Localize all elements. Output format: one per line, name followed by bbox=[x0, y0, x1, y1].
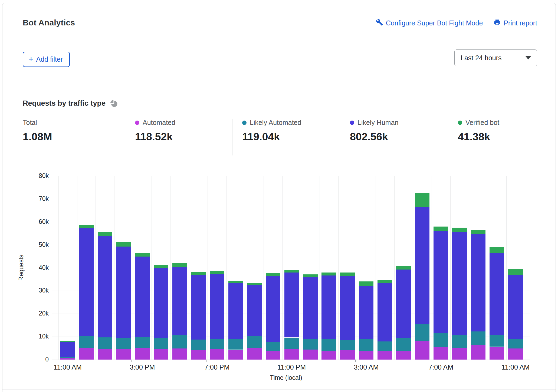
bar-segment-automated[interactable] bbox=[452, 348, 467, 360]
bar-segment-automated[interactable] bbox=[321, 351, 336, 360]
bar-segment-automated[interactable] bbox=[340, 350, 355, 360]
bar-segment-verified-bot[interactable] bbox=[210, 271, 224, 274]
time-range-dropdown[interactable]: Last 24 hours bbox=[454, 49, 537, 66]
bar-segment-automated[interactable] bbox=[135, 348, 150, 360]
configure-super-bot-fight-mode-link[interactable]: Configure Super Bot Fight Mode bbox=[376, 19, 483, 28]
bar-segment-automated[interactable] bbox=[191, 350, 206, 360]
print-report-link[interactable]: Print report bbox=[494, 19, 537, 28]
bar-segment-likely-human[interactable] bbox=[210, 274, 224, 339]
bar-segment-likely-human[interactable] bbox=[60, 342, 75, 357]
bar-segment-automated[interactable] bbox=[434, 347, 448, 360]
bar-segment-verified-bot[interactable] bbox=[98, 232, 112, 235]
bar-segment-likely-human[interactable] bbox=[321, 275, 336, 338]
bar-segment-likely-automated[interactable] bbox=[79, 336, 94, 348]
bar-segment-likely-human[interactable] bbox=[396, 270, 411, 338]
bar-segment-verified-bot[interactable] bbox=[228, 281, 243, 283]
bar-segment-automated[interactable] bbox=[359, 351, 373, 360]
add-filter-button[interactable]: + Add filter bbox=[23, 52, 70, 67]
bar-segment-likely-human[interactable] bbox=[490, 253, 504, 335]
bar-segment-likely-automated[interactable] bbox=[415, 324, 429, 340]
bar-segment-verified-bot[interactable] bbox=[154, 265, 168, 268]
bar-segment-verified-bot[interactable] bbox=[284, 270, 299, 273]
bar-segment-automated[interactable] bbox=[210, 349, 224, 360]
bar-segment-verified-bot[interactable] bbox=[172, 263, 187, 267]
bar-segment-automated[interactable] bbox=[79, 348, 94, 360]
bar-segment-verified-bot[interactable] bbox=[116, 242, 131, 246]
bar-segment-automated[interactable] bbox=[396, 351, 411, 360]
bar-segment-likely-automated[interactable] bbox=[116, 338, 131, 349]
bar-segment-verified-bot[interactable] bbox=[79, 225, 94, 228]
bar-segment-verified-bot[interactable] bbox=[247, 283, 262, 285]
bar-segment-verified-bot[interactable] bbox=[359, 281, 373, 286]
bar-segment-likely-human[interactable] bbox=[191, 275, 206, 340]
bar-segment-automated[interactable] bbox=[303, 350, 318, 360]
bar-segment-likely-human[interactable] bbox=[98, 236, 112, 337]
bar-segment-automated[interactable] bbox=[116, 349, 131, 360]
bar-segment-likely-human[interactable] bbox=[471, 234, 485, 331]
bar-segment-verified-bot[interactable] bbox=[452, 228, 467, 232]
bar-segment-automated[interactable] bbox=[378, 351, 392, 360]
bar-segment-verified-bot[interactable] bbox=[191, 272, 206, 275]
bar-segment-likely-human[interactable] bbox=[266, 276, 280, 342]
bar-segment-verified-bot[interactable] bbox=[415, 193, 429, 207]
bar-segment-verified-bot[interactable] bbox=[266, 273, 280, 276]
bar-segment-likely-human[interactable] bbox=[340, 276, 355, 340]
bar-segment-likely-automated[interactable] bbox=[191, 340, 206, 350]
bar-segment-automated[interactable] bbox=[266, 351, 280, 360]
bar-segment-likely-human[interactable] bbox=[116, 247, 131, 338]
bar-segment-verified-bot[interactable] bbox=[340, 273, 355, 276]
bar-segment-likely-automated[interactable] bbox=[98, 337, 112, 349]
bar-segment-verified-bot[interactable] bbox=[396, 266, 411, 270]
bar-segment-likely-automated[interactable] bbox=[284, 338, 299, 349]
bar-segment-likely-human[interactable] bbox=[135, 257, 150, 337]
bar-segment-automated[interactable] bbox=[284, 349, 299, 360]
bar-segment-verified-bot[interactable] bbox=[60, 341, 75, 342]
bar-segment-likely-automated[interactable] bbox=[378, 341, 392, 351]
bar-segment-likely-automated[interactable] bbox=[303, 339, 318, 350]
bar-segment-likely-automated[interactable] bbox=[452, 335, 467, 348]
bar-segment-likely-human[interactable] bbox=[303, 277, 318, 339]
bar-segment-likely-human[interactable] bbox=[415, 207, 429, 324]
bar-segment-likely-automated[interactable] bbox=[266, 342, 280, 351]
bar-segment-likely-automated[interactable] bbox=[135, 337, 150, 348]
bar-segment-verified-bot[interactable] bbox=[321, 273, 336, 275]
bar-segment-likely-automated[interactable] bbox=[210, 339, 224, 349]
bar-segment-automated[interactable] bbox=[247, 348, 262, 360]
bar-segment-likely-automated[interactable] bbox=[154, 338, 168, 349]
bar-segment-likely-automated[interactable] bbox=[340, 340, 355, 350]
bar-segment-verified-bot[interactable] bbox=[471, 230, 485, 234]
bar-segment-automated[interactable] bbox=[471, 345, 485, 360]
bar-segment-likely-automated[interactable] bbox=[247, 336, 262, 348]
bar-segment-verified-bot[interactable] bbox=[303, 274, 318, 277]
bar-segment-likely-automated[interactable] bbox=[359, 339, 373, 351]
bar-segment-likely-automated[interactable] bbox=[508, 339, 523, 349]
bar-segment-likely-automated[interactable] bbox=[60, 357, 75, 358]
bar-segment-likely-human[interactable] bbox=[452, 232, 467, 335]
bar-segment-likely-human[interactable] bbox=[154, 268, 168, 338]
bar-segment-automated[interactable] bbox=[228, 350, 243, 360]
bar-segment-likely-automated[interactable] bbox=[434, 333, 448, 347]
bar-segment-likely-human[interactable] bbox=[79, 228, 94, 336]
bar-segment-verified-bot[interactable] bbox=[508, 269, 523, 275]
bar-segment-automated[interactable] bbox=[508, 348, 523, 360]
bar-segment-likely-automated[interactable] bbox=[471, 331, 485, 345]
bar-segment-likely-automated[interactable] bbox=[321, 339, 336, 351]
bar-segment-verified-bot[interactable] bbox=[378, 280, 392, 283]
bar-segment-likely-human[interactable] bbox=[378, 283, 392, 341]
bar-segment-likely-automated[interactable] bbox=[396, 338, 411, 351]
bar-segment-likely-human[interactable] bbox=[284, 273, 299, 337]
bar-segment-likely-human[interactable] bbox=[434, 231, 448, 333]
bar-segment-likely-human[interactable] bbox=[508, 275, 523, 339]
bar-segment-automated[interactable] bbox=[154, 349, 168, 360]
bar-segment-likely-automated[interactable] bbox=[490, 335, 504, 347]
bar-segment-automated[interactable] bbox=[60, 358, 75, 360]
bar-segment-automated[interactable] bbox=[172, 348, 187, 360]
bar-segment-automated[interactable] bbox=[490, 347, 504, 360]
bar-segment-verified-bot[interactable] bbox=[490, 247, 504, 253]
bar-segment-automated[interactable] bbox=[415, 341, 429, 360]
bar-segment-likely-automated[interactable] bbox=[172, 335, 187, 348]
bar-segment-likely-human[interactable] bbox=[359, 286, 373, 339]
bar-segment-verified-bot[interactable] bbox=[135, 253, 150, 257]
bar-segment-likely-human[interactable] bbox=[247, 285, 262, 336]
bar-segment-automated[interactable] bbox=[98, 349, 112, 360]
